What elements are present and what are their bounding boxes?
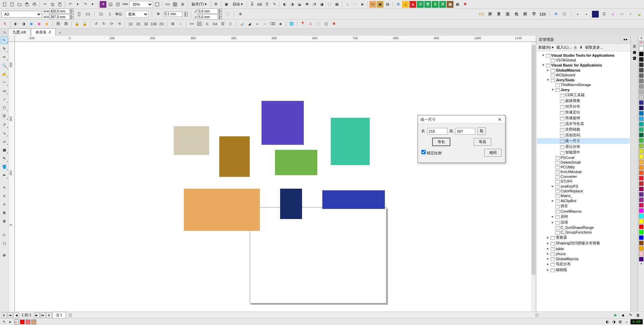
color-swatch[interactable] bbox=[639, 192, 644, 197]
front-minus-icon[interactable]: ◔ bbox=[311, 1, 318, 8]
ai-icon[interactable]: ✦ bbox=[100, 1, 106, 8]
color-swatch[interactable] bbox=[639, 116, 644, 121]
print-icon[interactable] bbox=[31, 1, 38, 8]
new-icon[interactable] bbox=[1, 1, 8, 8]
docker-tab-3[interactable]: 宏管理器 bbox=[631, 51, 638, 57]
rectangle-tool[interactable]: ▭ bbox=[1, 87, 8, 94]
scrollbar-thumb[interactable] bbox=[531, 45, 536, 275]
tree-node[interactable]: ▸zhuce bbox=[537, 251, 630, 256]
t3-100[interactable]: 100 bbox=[150, 21, 157, 27]
options-icon[interactable]: ⚙ bbox=[213, 1, 219, 8]
color-swatch[interactable] bbox=[639, 203, 644, 208]
first-page[interactable]: ⏮ bbox=[7, 313, 13, 318]
yg-btn[interactable]: YG bbox=[478, 11, 485, 18]
color-swatch[interactable] bbox=[639, 257, 644, 262]
pin-icon[interactable]: 📍 bbox=[299, 21, 306, 27]
tree-node[interactable]: 快速旋转 bbox=[537, 115, 630, 121]
tree-node[interactable]: C_GroupFunctions bbox=[537, 230, 630, 235]
transparency-tool[interactable]: ▦ bbox=[1, 146, 8, 154]
cut-icon[interactable]: ✂ bbox=[42, 1, 48, 8]
green-yin-icon[interactable]: 音 bbox=[432, 1, 439, 8]
tree-node[interactable]: CDR工具箱 bbox=[537, 92, 630, 98]
color-swatch[interactable] bbox=[639, 73, 644, 78]
redo-icon[interactable]: ↷ bbox=[82, 1, 89, 8]
tree-node[interactable]: 智能居中 bbox=[537, 150, 630, 155]
canvas-shape-0[interactable] bbox=[174, 126, 209, 155]
extra-tool-1[interactable]: ▷ bbox=[1, 231, 8, 238]
polygon-tool[interactable]: ⬠ bbox=[1, 104, 8, 111]
expand-icon[interactable]: ▸ bbox=[546, 256, 550, 261]
text-eyedropper-icon[interactable]: ✎ bbox=[271, 1, 278, 8]
align-tool-icon[interactable]: ↕ bbox=[344, 1, 351, 8]
status-tool-3[interactable]: ⊞ bbox=[618, 319, 623, 325]
expand-icon[interactable]: ▸ bbox=[546, 262, 550, 266]
color-swatch[interactable] bbox=[639, 79, 644, 83]
page-boundary[interactable] bbox=[250, 207, 387, 303]
t3-2x[interactable]: 2X bbox=[158, 21, 165, 27]
green-fan-icon[interactable]: 繁 bbox=[424, 1, 431, 8]
width-up[interactable]: ▴ bbox=[70, 8, 74, 11]
ungroup-icon[interactable]: ◫ bbox=[323, 21, 329, 27]
tree-node[interactable]: PSCorel bbox=[537, 155, 630, 160]
color1-icon[interactable]: ▪ bbox=[574, 11, 581, 18]
color-swatch[interactable] bbox=[639, 149, 644, 154]
next-page[interactable]: ▶ bbox=[34, 313, 40, 318]
color-swatch[interactable] bbox=[639, 197, 644, 202]
docker-tab-1[interactable]: 宏 bbox=[631, 39, 638, 45]
red-x-icon[interactable]: ✖ bbox=[462, 1, 468, 8]
dup-y-input[interactable] bbox=[198, 14, 218, 20]
lock-ratio-checkbox[interactable]: 锁定比例 bbox=[421, 150, 442, 156]
shape-tool[interactable]: ✎ bbox=[1, 45, 8, 52]
pin-btn[interactable]: 拼 bbox=[487, 11, 493, 18]
canvas-shape-2[interactable] bbox=[262, 101, 304, 145]
eraser-icon[interactable]: ◢ bbox=[246, 21, 253, 27]
refresh-icon[interactable]: ⟳ bbox=[108, 21, 115, 27]
t3-10[interactable]: 10 bbox=[127, 21, 134, 27]
shape-icon[interactable]: ⬡ bbox=[561, 11, 568, 18]
canvas[interactable] bbox=[15, 42, 536, 312]
t3-icon-5[interactable]: ◉ bbox=[44, 21, 50, 27]
combine-icon[interactable]: ▦ bbox=[333, 1, 340, 8]
red-btn-icon[interactable]: ● bbox=[410, 1, 416, 8]
play-macro-icon[interactable]: ▶ bbox=[613, 313, 618, 318]
color-swatch[interactable] bbox=[639, 208, 644, 213]
tree-node[interactable]: PCUtility bbox=[537, 165, 630, 169]
add-preset-icon[interactable]: ⊕ bbox=[237, 11, 244, 18]
tree-node[interactable]: Converter bbox=[537, 174, 630, 179]
rotate-cw-icon[interactable]: ↻ bbox=[100, 21, 107, 27]
unlock-icon[interactable]: 🔓 bbox=[81, 21, 88, 27]
t3-20[interactable]: 20 bbox=[135, 21, 142, 27]
num-btn[interactable]: 123 bbox=[539, 11, 546, 18]
t3-icon-4[interactable]: ◉ bbox=[36, 21, 43, 27]
pick-tool-corner-icon[interactable]: ↖ bbox=[1, 29, 8, 36]
save-icon[interactable] bbox=[24, 1, 30, 8]
height-up[interactable]: ▴ bbox=[70, 14, 74, 17]
add-tool[interactable]: ⊕ bbox=[1, 251, 8, 259]
color-swatch[interactable] bbox=[639, 154, 644, 159]
color-swatch[interactable] bbox=[639, 219, 644, 224]
rotate-ccw-icon[interactable]: ↺ bbox=[93, 21, 99, 27]
tree-node[interactable]: ▾JerryTools bbox=[537, 77, 630, 82]
panel-collapse-icon[interactable]: ▸▸ bbox=[624, 37, 628, 42]
reset-icon[interactable]: ⟲ bbox=[116, 21, 123, 27]
expand-icon[interactable]: ▸ bbox=[551, 214, 554, 219]
status-tool-1[interactable]: ◐ bbox=[605, 319, 610, 325]
ellipse-tool[interactable]: ○ bbox=[1, 96, 8, 103]
panel-icon-2[interactable]: ⬇ bbox=[579, 45, 583, 50]
get-button[interactable]: 取 bbox=[477, 127, 486, 135]
new-macro-button[interactable]: 新建(N) ▾ bbox=[538, 45, 554, 50]
ai-export-icon[interactable]: AI bbox=[196, 21, 203, 27]
canvas-shape-1[interactable] bbox=[219, 136, 250, 177]
weld-icon[interactable]: ◐ bbox=[281, 1, 288, 8]
connector-tool[interactable]: ↘ bbox=[1, 129, 8, 137]
circle-icon[interactable]: ○ bbox=[177, 21, 184, 27]
color-swatch[interactable] bbox=[639, 84, 644, 89]
align-center-tool[interactable]: ≡ bbox=[1, 192, 8, 199]
vertical-ruler[interactable]: 3002001000 bbox=[9, 42, 15, 312]
tree-node[interactable]: 快速定位 bbox=[537, 109, 630, 115]
collapse-icon[interactable]: ▾ bbox=[546, 78, 550, 82]
color-swatch[interactable] bbox=[639, 62, 644, 67]
color-swatch[interactable] bbox=[639, 138, 644, 143]
color-swatch[interactable] bbox=[639, 111, 644, 116]
status-swatch-1[interactable] bbox=[20, 320, 25, 324]
